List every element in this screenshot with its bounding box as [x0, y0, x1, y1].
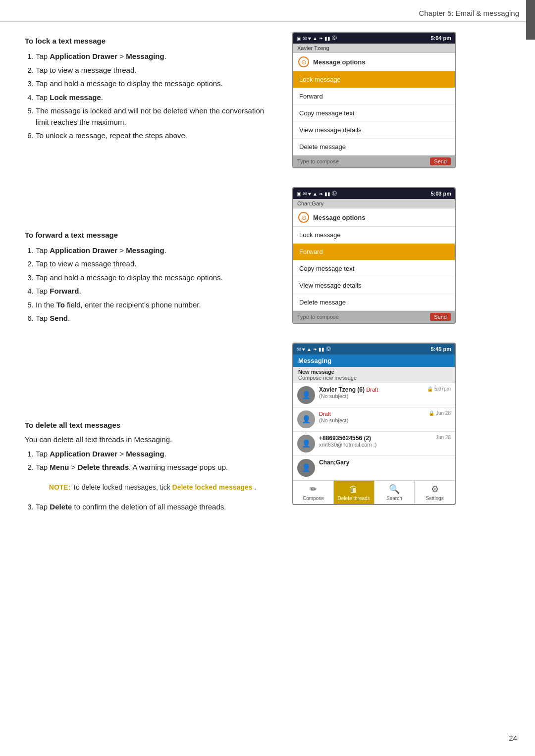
signal-icon-2: ✉	[303, 191, 307, 197]
compose-bar-1: Type to compose Send	[293, 155, 455, 167]
alert-icon: ▲	[313, 36, 318, 41]
compose-icon: ✏	[310, 484, 317, 495]
thread-info-draft: Draft (No subject)	[319, 410, 425, 423]
action-compose[interactable]: ✏ Compose	[293, 481, 334, 504]
data-icon-3: ⓖ	[326, 346, 331, 353]
wifi-icon: ♥	[308, 36, 311, 41]
option-delete-1[interactable]: Delete message	[293, 139, 455, 155]
contact-name-1: Xavier Tzeng	[297, 45, 329, 51]
avatar-draft: 👤	[297, 410, 315, 428]
options-circle-icon-2: ⊙	[298, 212, 309, 223]
section-delete: To delete all text messages You can dele…	[25, 421, 269, 513]
note-label: NOTE:	[49, 483, 71, 491]
lock-icon-2: 🔒	[428, 410, 434, 416]
section-delete-heading: To delete all text messages	[25, 421, 269, 429]
options-title-2: Message options	[313, 214, 365, 221]
list-item: Tap Send.	[36, 313, 269, 324]
option-lock-2[interactable]: Lock message	[293, 227, 455, 244]
chapter-title: Chapter 5: Email & messaging	[419, 9, 519, 17]
section-lock-heading: To lock a text message	[25, 37, 269, 45]
compose-placeholder-1: Type to compose	[297, 158, 339, 164]
new-message-label: New message	[298, 369, 450, 375]
data-icon: ⓖ	[332, 35, 337, 42]
action-delete-threads[interactable]: 🗑 Delete threads	[334, 481, 374, 504]
option-lock-1[interactable]: Lock message	[293, 71, 455, 88]
contact-bar-2: Chan;Gary	[293, 199, 455, 208]
status-bar-2: ▣ ✉ ♥ ▲ ❧ ▮▮ ⓖ 5:03 pm	[293, 188, 455, 199]
thread-info-chan: Chan;Gary	[319, 459, 451, 466]
option-copy-2[interactable]: Copy message text	[293, 260, 455, 277]
thread-xavier[interactable]: 👤 Xavier Tzeng (6) Draft (No subject) 🔒 …	[293, 383, 455, 407]
options-circle-icon-1: ⊙	[298, 56, 309, 67]
list-item: Tap to view a message thread.	[36, 65, 269, 76]
wifi-icon-2: ♥	[308, 191, 311, 197]
battery-icon: ▮▮	[324, 36, 330, 41]
section-delete-intro: You can delete all text threads in Messa…	[25, 435, 269, 444]
signal-icon: ✉	[303, 36, 307, 41]
status-icons-1: ▣ ✉ ♥ ▲ ❧ ▮▮ ⓖ	[297, 35, 337, 42]
signal-icon-3: ♥	[302, 347, 305, 352]
send-button-1[interactable]: Send	[430, 157, 451, 165]
avatar-chan: 👤	[297, 459, 315, 477]
alert-icon-2: ▲	[313, 191, 318, 197]
thread-sub-xavier: (No subject)	[319, 393, 423, 399]
send-button-2[interactable]: Send	[430, 313, 451, 321]
list-item: To unlock a message, repeat the steps ab…	[36, 130, 269, 142]
delete-threads-icon: 🗑	[349, 484, 358, 495]
draft-label-2: Draft	[319, 411, 331, 417]
right-tab	[526, 0, 535, 40]
option-copy-1[interactable]: Copy message text	[293, 105, 455, 122]
screen-messaging: ✉ ♥ ▲ ❧ ▮▮ ⓖ 5:45 pm Messaging New messa…	[292, 343, 456, 505]
settings-label: Settings	[426, 496, 444, 501]
thread-draft[interactable]: 👤 Draft (No subject) 🔒 Jun 28	[293, 407, 455, 432]
compose-label: Compose	[303, 496, 324, 501]
list-item: The message is locked and will not be de…	[36, 105, 269, 128]
options-title-1: Message options	[313, 58, 365, 66]
option-details-2[interactable]: View message details	[293, 277, 455, 294]
thread-info-xavier: Xavier Tzeng (6) Draft (No subject)	[319, 386, 423, 399]
note-box: NOTE: To delete locked messages, tick De…	[36, 478, 269, 497]
bluetooth-icon-2: ❧	[319, 191, 323, 197]
thread-886[interactable]: 👤 +886935624556 (2) xmt630@hotmail.com ;…	[293, 432, 455, 456]
right-column: ▣ ✉ ♥ ▲ ❧ ▮▮ ⓖ 5:04 pm Xavier Tzeng ⊙ Me…	[287, 22, 485, 545]
option-delete-2[interactable]: Delete message	[293, 294, 455, 311]
section-lock-steps: Tap Application Drawer > Messaging. Tap …	[36, 51, 269, 142]
new-message-row[interactable]: New message Compose new message	[293, 367, 455, 383]
thread-name-draft: Draft	[319, 410, 425, 417]
sim-icon: ▣	[297, 36, 301, 41]
action-search[interactable]: 🔍 Search	[374, 481, 415, 504]
note-link: Delete locked messages	[172, 483, 253, 491]
avatar-xavier: 👤	[297, 386, 315, 404]
contact-bar-1: Xavier Tzeng	[293, 44, 455, 53]
list-item: Tap Lock message.	[36, 92, 269, 103]
battery-icon-3: ▮▮	[319, 347, 324, 352]
lock-icon-1: 🔒	[427, 386, 433, 392]
note-end: .	[254, 483, 256, 491]
option-forward-1[interactable]: Forward	[293, 88, 455, 105]
data-icon-2: ⓖ	[332, 190, 337, 197]
status-icons-3: ✉ ♥ ▲ ❧ ▮▮ ⓖ	[297, 346, 331, 353]
list-item: Tap and hold a message to display the me…	[36, 78, 269, 90]
status-time-1: 5:04 pm	[430, 35, 451, 41]
thread-chan[interactable]: 👤 Chan;Gary	[293, 456, 455, 480]
page-header: Chapter 5: Email & messaging	[0, 0, 535, 22]
action-bar: ✏ Compose 🗑 Delete threads 🔍 Search ⚙ Se…	[293, 480, 455, 504]
options-panel-2: ⊙ Message options Lock message Forward C…	[293, 208, 455, 311]
option-details-1[interactable]: View message details	[293, 122, 455, 139]
list-item: Tap Application Drawer > Messaging.	[36, 245, 269, 256]
battery-icon-2: ▮▮	[324, 191, 330, 197]
note-text: NOTE: To delete locked messages, tick De…	[41, 482, 265, 493]
action-settings[interactable]: ⚙ Settings	[415, 481, 455, 504]
status-bar-1: ▣ ✉ ♥ ▲ ❧ ▮▮ ⓖ 5:04 pm	[293, 33, 455, 44]
list-item: Tap to view a message thread.	[36, 258, 269, 270]
thread-name-chan: Chan;Gary	[319, 459, 451, 466]
list-item: In the To field, enter the recipient's p…	[36, 300, 269, 311]
list-item: Tap Application Drawer > Messaging.	[36, 449, 269, 460]
compose-bar-2: Type to compose Send	[293, 311, 455, 323]
thread-name-xavier: Xavier Tzeng (6) Draft	[319, 386, 423, 393]
thread-sub-draft: (No subject)	[319, 417, 425, 423]
section-forward: To forward a text message Tap Applicatio…	[25, 231, 269, 324]
option-forward-2[interactable]: Forward	[293, 244, 455, 260]
delete-threads-label: Delete threads	[338, 496, 370, 501]
status-bar-3: ✉ ♥ ▲ ❧ ▮▮ ⓖ 5:45 pm	[293, 344, 455, 354]
